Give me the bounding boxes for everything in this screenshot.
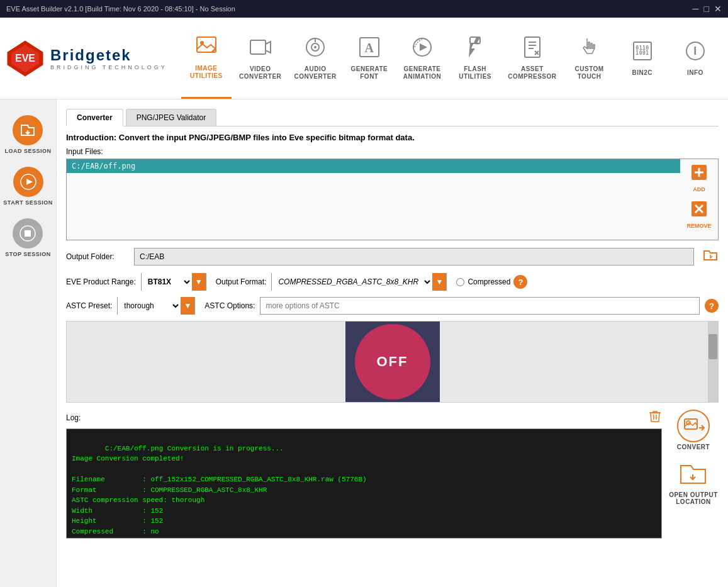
remove-file-button[interactable]: REMOVE [683,199,715,230]
nav-flash-utilities[interactable]: FLASHUTILITIES [450,18,500,99]
load-session-icon [13,115,43,145]
generate-font-icon: A [358,36,381,63]
logo-text: Bridgetek BRIDGING TECHNOLOGY [50,47,167,70]
nav-custom-touch[interactable]: CUSTOMTOUCH [564,18,615,99]
eve-product-range-group: EVE Product Range: BT81X BT80X ▼ [66,273,206,291]
output-format-select[interactable]: COMPRESSED_RGBA_ASTC_8x8_KHR RGB565 RGBA… [272,273,432,291]
start-session-button[interactable]: START SESSION [0,164,55,209]
maximize-button[interactable]: □ [704,4,709,14]
image-utilities-icon [195,35,218,62]
open-output-location-button[interactable]: OPEN OUTPUTLOCATION [669,457,718,505]
sidebar: LOAD SESSION START SESSION STOP SESSION [0,99,57,587]
nav-generate-animation[interactable]: GENERATEANIMATION [397,18,447,99]
eve-product-range-arrow[interactable]: ▼ [192,273,206,291]
nav-generate-font[interactable]: A GENERATEFONT [344,18,395,99]
eve-product-range-select-wrapper: BT81X BT80X ▼ [141,273,206,291]
log-area[interactable]: C:/EAB/off.png Conversion is in progress… [66,428,662,539]
tab-converter[interactable]: Converter [66,109,123,126]
image-utilities-label: IMAGEUTILITIES [190,65,223,80]
astc-options-group: ASTC Options: ? [204,297,719,315]
audio-converter-label: AUDIOCONVERTER [294,65,336,81]
output-format-arrow[interactable]: ▼ [432,273,446,291]
stop-session-icon [13,218,43,249]
convert-button[interactable]: CONVERT [676,409,711,450]
generate-font-label: GENERATEFONT [350,65,388,81]
custom-touch-icon [578,36,601,63]
svg-text:1001: 1001 [636,50,649,56]
astc-preset-select[interactable]: thorough fast medium exhaustive [118,297,181,315]
nav-bin2c[interactable]: 01101001 BIN2C [617,18,668,99]
output-folder-input[interactable] [134,248,694,266]
title-bar-controls: ─ □ ✕ [693,4,722,14]
svg-text:A: A [364,41,374,55]
astc-preset-arrow[interactable]: ▼ [181,297,194,315]
input-files-label: Input Files: [66,147,719,156]
nav-tools: IMAGEUTILITIES VIDEOCONVERTER AUDIOCONVE… [180,18,722,99]
minimize-button[interactable]: ─ [693,4,699,14]
stop-session-button[interactable]: STOP SESSION [2,215,54,260]
preview-image-area: OFF [67,321,718,402]
generate-animation-icon [411,36,434,63]
preview-scrollbar[interactable] [708,321,718,402]
flash-utilities-label: FLASHUTILITIES [459,65,491,81]
flash-utilities-icon [464,36,486,63]
main-content: Converter PNG/JPEG Validator Introductio… [57,99,728,587]
log-and-actions: Log: C:/EAB/off.png Conversion is in pro… [66,409,719,539]
svg-text:EVE: EVE [15,53,35,64]
output-folder-label: Output Folder: [66,252,129,261]
generate-animation-label: GENERATEANIMATION [403,65,441,81]
browse-folder-button[interactable] [702,247,719,267]
compressed-help-button[interactable]: ? [513,275,527,289]
eve-product-range-label: EVE Product Range: [66,277,136,286]
add-file-button[interactable]: ADD [683,162,715,194]
video-converter-icon [249,36,272,63]
log-header: Log: [66,409,662,426]
eve-product-range-select[interactable]: BT81X BT80X [142,273,192,291]
bin2c-icon: 01101001 [631,40,654,67]
logo-icon: EVE [6,40,44,77]
remove-icon [690,200,708,221]
nav-info[interactable]: i INFO [670,18,720,99]
svg-point-9 [314,46,316,48]
custom-touch-label: CUSTOMTOUCH [575,65,604,81]
nav-asset-compressor[interactable]: ASSETCOMPRESSOR [503,18,561,99]
log-container: Log: C:/EAB/off.png Conversion is in pro… [66,409,662,539]
bin2c-label: BIN2C [632,69,652,77]
nav-audio-converter[interactable]: AUDIOCONVERTER [289,18,341,99]
log-label: Log: [66,413,81,422]
file-item[interactable]: C:/EAB/off.png [67,159,680,173]
astc-options-help-button[interactable]: ? [705,299,719,313]
preview-area: OFF [66,321,719,403]
open-output-label: OPEN OUTPUTLOCATION [669,491,718,505]
svg-marker-26 [26,179,33,185]
action-buttons-column: CONVERT OPEN OUTPUTLOCATION [668,409,719,505]
log-clear-button[interactable] [648,409,662,426]
tabs: Converter PNG/JPEG Validator [66,109,719,126]
astc-options-input[interactable] [260,297,700,315]
svg-text:i: i [693,45,697,57]
logo-bridgetek: Bridgetek [50,47,167,64]
nav-image-utilities[interactable]: IMAGEUTILITIES [181,18,232,99]
options-row2: ASTC Preset: thorough fast medium exhaus… [66,297,719,315]
info-icon: i [684,40,707,67]
title-bar-text: EVE Asset Builder v2.1.0 [Build Time: No… [6,5,235,13]
video-converter-label: VIDEOCONVERTER [239,65,281,81]
output-folder-row: Output Folder: [66,247,719,267]
compressed-radio[interactable] [456,278,464,286]
astc-preset-group: ASTC Preset: thorough fast medium exhaus… [66,297,195,315]
output-format-select-wrapper: COMPRESSED_RGBA_ASTC_8x8_KHR RGB565 RGBA… [271,273,447,291]
logo-subtitle: BRIDGING TECHNOLOGY [50,64,167,70]
close-button[interactable]: ✕ [714,4,722,14]
load-session-button[interactable]: LOAD SESSION [1,112,54,157]
svg-rect-5 [250,40,266,54]
astc-preset-select-wrapper: thorough fast medium exhaustive ▼ [117,297,195,315]
nav-video-converter[interactable]: VIDEOCONVERTER [234,18,286,99]
output-format-group: Output Format: COMPRESSED_RGBA_ASTC_8x8_… [216,273,447,291]
open-output-icon [676,457,710,491]
svg-marker-6 [266,42,271,53]
astc-options-label: ASTC Options: [204,301,255,310]
tab-png-jpeg-validator[interactable]: PNG/JPEG Validator [126,109,216,126]
input-files-list[interactable]: C:/EAB/off.png [67,159,680,240]
load-session-label: LOAD SESSION [4,148,51,154]
start-session-icon [13,167,43,197]
